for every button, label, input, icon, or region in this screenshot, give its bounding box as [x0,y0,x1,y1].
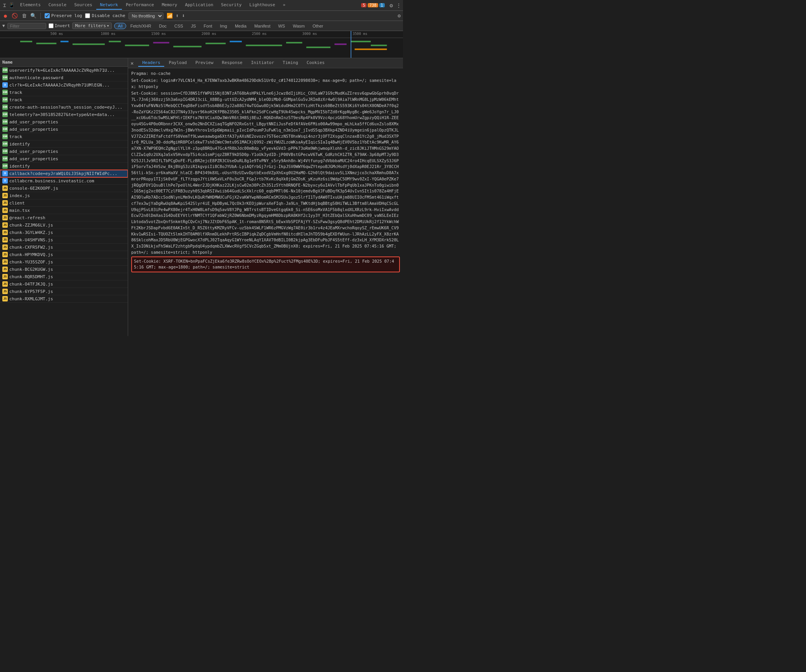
tab-memory[interactable]: Memory [158,1,181,10]
list-item[interactable]: Dclr?k=6LeIxAcTAAAAAJcZVRqyHh71UMlEGN... [0,81,128,89]
detail-tab-response[interactable]: Response [218,59,247,67]
preserve-log-checkbox[interactable] [45,13,50,18]
list-item[interactable]: XHRadd_user_properties [0,155,128,163]
list-item[interactable]: XHRidentify [0,163,128,170]
list-item[interactable]: XHRtrack [0,89,128,96]
tab-performance[interactable]: Performance [122,1,158,10]
error-badges[interactable]: 5 738 1 [359,3,386,8]
list-item[interactable]: XHRtrack [0,133,128,140]
list-item[interactable]: JS@react-refresh [0,214,128,222]
detail-tab-timing[interactable]: Timing [279,59,302,67]
list-item[interactable]: XHRidentify [0,140,128,148]
filter-btn-wasm[interactable]: Wasm [289,23,308,29]
tab-lighthouse[interactable]: Lighthouse [245,1,279,10]
list-item[interactable]: JSchunk-O4TFJKJQ.js [0,281,128,288]
detail-tab-initiator[interactable]: Initiator [247,59,278,67]
record-icon[interactable]: ● [2,13,9,19]
more-filters-button[interactable]: More filters ▾ [72,23,112,29]
list-item[interactable]: XHRtrack [0,96,128,104]
tab-elements[interactable]: Elements [16,1,45,10]
network-timeline[interactable]: 500 ms1000 ms1500 ms2000 ms2500 ms3000 m… [0,31,403,58]
item-name-label: chunk-RXMLGJMT.js [9,296,125,301]
detail-tabs: × HeadersPayloadPreviewResponseInitiator… [128,58,403,68]
list-item[interactable]: JSchunk-HPYMKDVQ.js [0,251,128,258]
filter-btn-fetch-xhr[interactable]: Fetch/XHR [127,23,155,29]
filter-btn-media[interactable]: Media [231,23,250,29]
list-item[interactable]: JSchunk-CXFR5FW2.js [0,244,128,251]
invert-checkbox[interactable] [49,23,54,28]
list-item[interactable]: JSchunk-RQR5DMHT.js [0,273,128,281]
list-item[interactable]: JSmain.tsx [0,207,128,214]
list-item[interactable]: JSconsole-6E2KOOPF.js [0,185,128,192]
item-name-label: collabcrm.business.invotastic.com [9,178,125,184]
list-item[interactable]: JSchunk-YU35SZOF.js [0,258,128,266]
svg-rect-6 [153,42,169,43]
disable-cache-checkbox-label[interactable]: Disable cache [85,13,125,18]
list-item[interactable]: JSchunk-3GYLW4KZ.js [0,229,128,236]
list-item[interactable]: JSchunk-RXMLGJMT.js [0,295,128,303]
search-icon[interactable]: 🔍 [30,13,36,19]
detail-tab-headers[interactable]: Headers [138,59,164,67]
disable-cache-checkbox[interactable] [85,13,90,18]
svg-rect-13 [335,43,347,45]
filter-btn-manifest[interactable]: Manifest [251,23,274,29]
wifi-icon[interactable]: 📶 [167,13,173,19]
svg-rect-12 [306,47,330,48]
list-item[interactable]: JSchunk-ZZJM66LV.js [0,222,128,229]
list-item[interactable]: XHRadd_user_properties [0,118,128,126]
settings-icon[interactable]: ⚙ [390,2,393,9]
item-name-label: create-auth-session?auth_session_code=ey… [9,105,125,110]
toolbar-settings-icon[interactable]: ⚙ [398,13,401,19]
filter-btn-img[interactable]: Img [217,23,231,29]
devtools-mobile-icon[interactable]: 📱 [9,2,15,8]
list-item[interactable]: Dcallback?code=eyJraWQiOiJ3SkpjNIIfWIdPc… [0,170,128,177]
filter-btn-ws[interactable]: WS [274,23,288,29]
more-menu-icon[interactable]: ⋮ [396,2,401,9]
list-item[interactable]: XHRadd_user_properties [0,126,128,133]
item-name-label: chunk-HPYMKDVQ.js [9,252,125,257]
throttle-select[interactable]: No throttling [129,12,163,19]
tab-security[interactable]: Security [217,1,245,10]
toolbar-settings[interactable]: ⚙ [398,13,401,19]
upload-icon[interactable]: ⬆ [176,13,179,19]
detail-tab-preview[interactable]: Preview [191,59,217,67]
detail-tab-cookies[interactable]: Cookies [303,59,328,67]
list-item[interactable]: XHRcreate-auth-session?auth_session_code… [0,104,128,111]
invert-checkbox-label[interactable]: Invert [49,23,70,28]
clear-icon[interactable]: 🗑 [21,13,27,19]
stop-icon[interactable]: 🚫 [12,13,18,19]
list-item[interactable]: JSchunk-U4SHFVNS.js [0,236,128,244]
list-item[interactable]: XHRtelemetry?a=3051852827&te=type&te=dat… [0,111,128,118]
download-icon[interactable]: ⬇ [182,13,185,19]
list-item[interactable]: Dcollabcrm.business.invotastic.com [0,177,128,185]
detail-tab-payload[interactable]: Payload [165,59,191,67]
list-item[interactable]: JSclient [0,199,128,207]
filter-input[interactable] [7,23,46,29]
svg-rect-16 [371,45,387,46]
tab-network[interactable]: Network [96,1,122,10]
filter-btn-all[interactable]: All [114,23,126,29]
close-button[interactable]: × [130,60,134,66]
tab-application[interactable]: Application [181,1,217,10]
tab-more[interactable]: » [279,1,290,10]
list-item[interactable]: JSchunk-BCG2KUGW.js [0,266,128,273]
tab-sources[interactable]: Sources [70,1,96,10]
tab-console[interactable]: Console [45,1,70,10]
list-item[interactable]: JSindex.js [0,192,128,199]
filter-btn-other[interactable]: Other [309,23,327,29]
filter-btn-font[interactable]: Font [200,23,216,29]
item-type-icon: XHR [2,90,8,95]
list-item[interactable]: JSchunk-6YP57F5P.js [0,288,128,295]
filter-btn-css[interactable]: CSS [171,23,187,29]
filter-btn-js[interactable]: JS [188,23,200,29]
list-item[interactable]: XHRuserverify?k=6LeIxAcTAAAAAJcZVRqyHh71… [0,67,128,74]
devtools-cursor-icon[interactable]: ⌶ [3,2,6,8]
timeline-waterfall [0,39,403,58]
list-item[interactable]: XHRadd_user_properties [0,148,128,155]
list-item[interactable]: XHRauthenticate-password [0,74,128,81]
filter-btn-doc[interactable]: Doc [156,23,170,29]
preserve-log-checkbox-label[interactable]: Preserve log [45,13,82,18]
request-list[interactable]: Name XHRuserverify?k=6LeIxAcTAAAAAJcZVRq… [0,58,128,336]
item-name-label: chunk-YU35SZOF.js [9,260,125,265]
detail-content[interactable]: Pragma: no-cacheSet-Cookie: login#r7VLCN… [128,68,403,336]
